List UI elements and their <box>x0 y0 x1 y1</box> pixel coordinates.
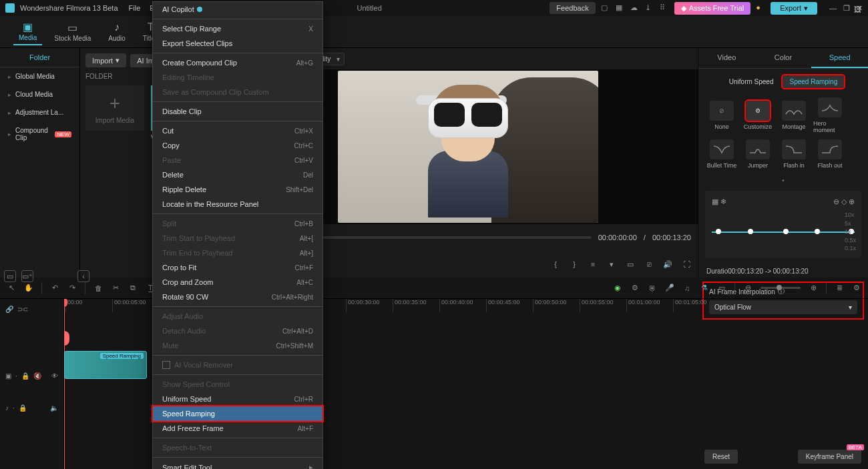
folder-view-icon[interactable]: ▭ <box>4 270 16 282</box>
settings-icon[interactable]: ⚙ <box>852 284 861 292</box>
lock-track-icon[interactable]: 🔒 <box>21 372 29 380</box>
preset-jumper[interactable]: Jumper <box>741 136 775 172</box>
ctx-disable-clip[interactable]: Disable Clip <box>153 104 322 119</box>
sidebar-global-media[interactable]: Global Media <box>0 67 79 85</box>
mode-speed-ramping[interactable]: Speed Ramping <box>783 75 844 88</box>
remove-keyframe-icon[interactable]: ⊖ <box>833 197 839 205</box>
mode-uniform-speed[interactable]: Uniform Speed <box>722 75 781 88</box>
preset-bullet-time[interactable]: Bullet Time <box>705 136 738 172</box>
ctx-uniform-speed[interactable]: Uniform SpeedCtrl+R <box>153 392 322 406</box>
mixer-icon[interactable]: ⚗ <box>700 284 709 292</box>
image-icon[interactable]: ▦ <box>616 3 625 13</box>
fullscreen-icon[interactable]: ⛶ <box>682 260 691 268</box>
tab-stock-media[interactable]: ▭Stock Media <box>49 19 96 45</box>
display-icon[interactable]: ▭ <box>626 260 635 269</box>
timeline-clip[interactable]: Speed Ramping <box>64 351 147 379</box>
tab-speed[interactable]: Speed <box>811 48 868 68</box>
preset-none[interactable]: ⊘None <box>705 97 738 133</box>
undo-icon[interactable]: ↶ <box>50 284 59 292</box>
redo-icon[interactable]: ↷ <box>67 284 77 292</box>
ctx-copy[interactable]: CopyCtrl+C <box>153 138 322 153</box>
magnet-icon[interactable]: ⊃⊂ <box>17 306 28 313</box>
ctx-crop-to-fit[interactable]: Crop to FitCtrl+F <box>153 260 322 275</box>
sidebar-adjustment-layer[interactable]: Adjustment La... <box>0 103 79 121</box>
marker-icon[interactable]: ▭ <box>717 284 726 292</box>
mute-track-icon[interactable]: 🔇 <box>33 372 41 380</box>
record-icon[interactable]: ◉ <box>613 284 622 292</box>
ctx-speed-ramping[interactable]: Speed Ramping <box>153 406 322 421</box>
grid-icon[interactable]: ▦ <box>712 197 718 205</box>
ctx-locate-in-the-resource-panel[interactable]: Locate in the Resource Panel <box>153 197 322 211</box>
ctx-add-freeze-frame[interactable]: Add Freeze FrameAlt+F <box>153 421 322 436</box>
music-icon[interactable]: ♫ <box>682 284 692 292</box>
notification-icon[interactable]: ● <box>756 3 765 13</box>
mic-icon[interactable]: 🎤 <box>665 284 674 292</box>
assets-trial-button[interactable]: ◆Assets Free Trial <box>674 2 751 15</box>
tab-audio[interactable]: ♪Audio <box>103 19 131 45</box>
pointer-icon[interactable]: ↖ <box>7 284 16 292</box>
import-media-tile[interactable]: +Import Media <box>85 85 144 131</box>
ctx-cut[interactable]: CutCtrl+X <box>153 123 322 138</box>
add-keyframe-icon[interactable]: ⊕ <box>849 197 855 205</box>
mark-in-icon[interactable]: { <box>551 260 560 268</box>
video-track-icon[interactable]: ▣ <box>5 372 11 380</box>
download-icon[interactable]: ⤓ <box>645 3 654 13</box>
ctx-rotate-90-cw[interactable]: Rotate 90 CWCtrl+Alt+Right <box>153 290 322 304</box>
ctx-ripple-delete[interactable]: Ripple DeleteShift+Del <box>153 182 322 197</box>
preset-customize[interactable]: ⚙Customize <box>741 97 775 133</box>
import-dropdown-button[interactable]: Import▾ <box>85 53 126 67</box>
playhead[interactable] <box>64 299 65 469</box>
apps-icon[interactable]: ⠿ <box>660 3 669 13</box>
gear-icon[interactable]: ⚙ <box>630 284 640 292</box>
snapshot-icon[interactable]: 🖼 <box>854 5 861 13</box>
ctx-select-clip-range[interactable]: Select Clip RangeX <box>153 21 322 36</box>
ctx-export-selected-clips[interactable]: Export Selected Clips <box>153 36 322 51</box>
crop-icon[interactable]: ⧉ <box>128 284 138 292</box>
tab-video[interactable]: Video <box>698 48 755 68</box>
cut-icon[interactable]: ✂ <box>111 284 120 292</box>
speed-ramp-graph[interactable]: ▦ ❄ ⊖ ◇ ⊕ 10x 5x 1x 0.5x 0.1x <box>705 191 861 258</box>
sidebar-compound-clip[interactable]: Compound ClipNEW <box>0 121 79 147</box>
preset-flash-out[interactable]: Flash out <box>813 136 847 172</box>
chevron-down-icon[interactable]: ▾ <box>607 260 616 269</box>
volume-icon[interactable]: 🔊 <box>663 260 672 269</box>
collapse-icon[interactable]: ‹ <box>77 270 89 282</box>
zoom-out-icon[interactable]: ⊖ <box>743 284 752 292</box>
layout-icon[interactable]: ▢ <box>601 3 610 13</box>
preset-flash-in[interactable]: Flash in <box>777 136 811 172</box>
speaker-icon[interactable]: 🔈 <box>50 404 58 412</box>
list-icon[interactable]: ≣ <box>835 284 844 292</box>
ctx-create-compound-clip[interactable]: Create Compound ClipAlt+G <box>153 55 322 70</box>
zoom-in-icon[interactable]: ⊕ <box>809 284 818 292</box>
delete-icon[interactable]: 🗑 <box>93 284 103 292</box>
ctx-ai-copilot[interactable]: AI Copilot <box>153 2 322 17</box>
cloud-icon[interactable]: ☁ <box>630 3 640 13</box>
mark-out-icon[interactable]: } <box>570 260 579 268</box>
minimize-icon[interactable]: — <box>829 4 837 13</box>
snowflake-icon[interactable]: ❄ <box>720 197 726 205</box>
audio-track-icon[interactable]: ♪ <box>5 404 9 412</box>
ctx-crop-and-zoom[interactable]: Crop and ZoomAlt+C <box>153 275 322 290</box>
maximize-icon[interactable]: ❐ <box>843 4 850 13</box>
menu-file[interactable]: File <box>129 4 141 12</box>
camera-icon[interactable]: ⎚ <box>644 260 654 268</box>
aspect-icon[interactable]: ≡ <box>588 260 598 268</box>
eye-icon[interactable]: 👁 <box>51 372 58 380</box>
tab-color[interactable]: Color <box>755 48 812 68</box>
tab-media[interactable]: ▣Media <box>13 18 42 45</box>
link-icon[interactable]: 🔗 <box>5 306 13 313</box>
new-folder-icon[interactable]: ▭⁺ <box>21 270 33 282</box>
clip-handle[interactable] <box>64 331 69 346</box>
ctx-smart-edit-tool[interactable]: Smart Edit Tool▸ <box>153 460 322 469</box>
feedback-button[interactable]: Feedback <box>550 2 595 14</box>
keyframe-diamond-icon[interactable]: ◇ <box>841 197 847 205</box>
preset-hero-moment[interactable]: Hero moment <box>813 97 847 133</box>
preset-montage[interactable]: Montage <box>777 97 811 133</box>
ctx-delete[interactable]: DeleteDel <box>153 167 322 182</box>
zoom-slider[interactable] <box>761 287 801 289</box>
lock-track-icon[interactable]: 🔒 <box>19 404 27 412</box>
shield-icon[interactable]: ⛨ <box>648 284 657 292</box>
sidebar-cloud-media[interactable]: Cloud Media <box>0 85 79 103</box>
hand-icon[interactable]: ✋ <box>24 284 33 292</box>
export-button[interactable]: Export▾ <box>771 2 817 15</box>
